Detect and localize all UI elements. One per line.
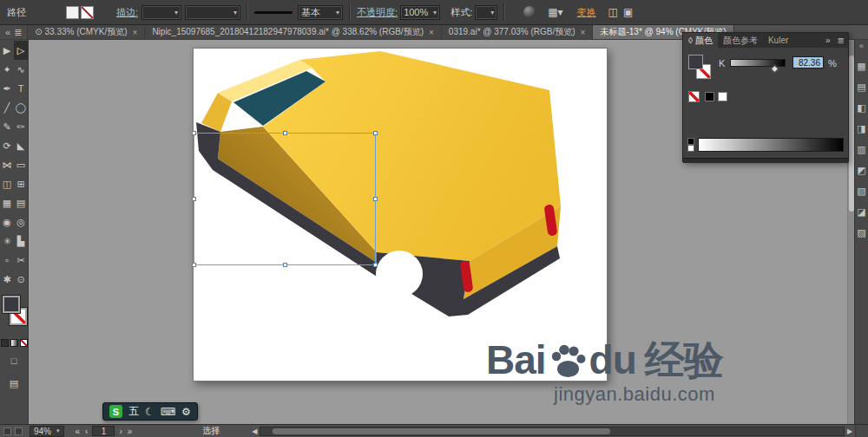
pencil-tool[interactable]: ✏ [14, 117, 28, 136]
panel-fill-proxy[interactable] [688, 55, 703, 69]
artboard-number-field[interactable]: 1 [92, 426, 115, 436]
panel-resize-grip[interactable] [683, 158, 848, 163]
selection-handle[interactable] [373, 197, 378, 201]
dock-appearance-icon[interactable]: ◪ [856, 205, 868, 218]
first-artboard-button[interactable]: « [73, 427, 83, 436]
artboard-tool[interactable]: ▫ [0, 251, 14, 270]
dock-stroke-icon[interactable]: ▥ [856, 143, 868, 155]
dock-gradient-icon[interactable]: ◩ [856, 164, 868, 176]
input-mode-wubi[interactable]: 五 [128, 404, 139, 419]
horizontal-scrollbar-thumb[interactable] [273, 428, 611, 434]
pen-tool[interactable]: ✒ [0, 79, 14, 98]
selection-tool[interactable]: ▶ [0, 41, 14, 60]
night-mode-icon[interactable]: ☾ [145, 406, 155, 418]
shape-builder-tool[interactable]: ◫ [0, 174, 14, 193]
status-mini-icon[interactable] [15, 427, 23, 435]
width-tool[interactable]: ⋈ [0, 155, 14, 174]
stroke-profile-combo[interactable]: ▾ [185, 5, 240, 20]
panel-menu-icon[interactable]: ≣ [834, 33, 848, 48]
mesh-tool[interactable]: ▦ [0, 193, 14, 212]
preferences-grid-icon[interactable]: ▦▾ [548, 6, 562, 18]
gradient-mode-icon[interactable] [10, 339, 18, 347]
scroll-right-arrow[interactable]: ▶ [845, 427, 855, 435]
grayscale-spectrum-ramp[interactable] [698, 138, 844, 152]
toolbox-icon[interactable]: ⚙ [181, 406, 191, 418]
none-mode-icon[interactable] [20, 339, 28, 347]
opacity-link[interactable]: 不透明度: [357, 6, 398, 19]
screen-mode-icon[interactable]: ▤ [6, 375, 22, 392]
stroke-width-combo[interactable]: ▾ [141, 5, 181, 20]
column-graph-tool[interactable]: ▙ [14, 232, 28, 251]
fill-color-swatch[interactable] [3, 296, 20, 313]
opacity-combo[interactable]: 100%▾ [400, 5, 440, 20]
k-slider-handle[interactable] [771, 65, 779, 74]
zoom-tool[interactable]: ⊙ [14, 270, 28, 289]
soft-keyboard-icon[interactable]: ⌨ [161, 406, 175, 418]
color-mode-icon[interactable] [1, 339, 9, 347]
previous-artboard-button[interactable]: ‹ [82, 427, 90, 436]
selection-handle[interactable] [192, 263, 196, 267]
scroll-left-arrow[interactable]: ◀ [249, 427, 260, 435]
blend-tool[interactable]: ◎ [14, 212, 28, 232]
slice-tool[interactable]: ✂ [14, 251, 28, 270]
tab-scroll-left-icon[interactable]: « [5, 27, 10, 37]
tab-close-icon[interactable]: × [429, 28, 434, 37]
last-artboard-button[interactable]: » [125, 427, 135, 436]
dock-transparency-icon[interactable]: ▧ [856, 185, 868, 197]
black-swatch[interactable] [705, 92, 714, 101]
distribute-icon[interactable]: ▣ [623, 6, 633, 18]
artboard-canvas[interactable] [193, 48, 608, 382]
document-tab[interactable]: Nipic_15097685_20180412182947978039.ai* … [145, 25, 441, 39]
symbol-sprayer-tool[interactable]: ✳ [0, 232, 14, 251]
sogou-logo[interactable]: S [109, 405, 122, 418]
bw-mini-swatches[interactable] [687, 138, 695, 153]
selection-handle[interactable] [373, 131, 378, 135]
dock-symbols-icon[interactable]: ◨ [856, 122, 868, 134]
perspective-grid-tool[interactable]: ⊞ [14, 174, 28, 193]
direct-selection-tool[interactable]: ▷ [14, 41, 28, 60]
style-combo[interactable]: ▾ [475, 5, 497, 20]
horizontal-scroll-track[interactable] [260, 427, 845, 436]
zoom-level-combo[interactable]: 94% ▾ [30, 426, 64, 437]
ellipse-tool[interactable]: ◯ [14, 98, 28, 117]
document-tab[interactable]: ⊙ 33.33% (CMYK/预览)× [28, 25, 145, 39]
next-artboard-button[interactable]: › [116, 427, 124, 436]
scale-tool[interactable]: ◣ [14, 136, 28, 155]
type-tool[interactable]: T [14, 79, 28, 98]
white-swatch[interactable] [718, 92, 727, 101]
selection-handle[interactable] [192, 197, 196, 201]
document-setup-icon[interactable] [523, 6, 536, 18]
selection-handle[interactable] [192, 131, 196, 135]
document-tab[interactable]: 0319.ai* @ 377.03% (RGB/预览)× [442, 25, 594, 39]
fill-swatch[interactable] [66, 6, 79, 19]
k-channel-slider[interactable] [730, 59, 786, 67]
eyedropper-tool[interactable]: ◉ [0, 212, 14, 232]
stroke-link[interactable]: 描边: [116, 6, 138, 19]
free-transform-tool[interactable]: ▭ [14, 155, 28, 174]
dock-layers-icon[interactable]: ▨ [856, 226, 868, 238]
dock-collapse-icon[interactable]: « [859, 42, 864, 50]
selection-handle[interactable] [283, 131, 287, 135]
tab-color-guide[interactable]: 颜色参考 [718, 33, 763, 48]
draw-mode-icon[interactable]: □ [6, 352, 22, 369]
k-value-field[interactable]: 82.36 [792, 56, 824, 68]
tab-close-icon[interactable]: × [133, 28, 138, 37]
horizontal-scrollbar[interactable]: ◀ ▶ [249, 426, 855, 437]
selection-handle[interactable] [283, 263, 287, 267]
tab-list-icon[interactable]: ≣ [14, 27, 22, 38]
hand-tool[interactable]: ✱ [0, 270, 14, 289]
dock-swatches-icon[interactable]: ▤ [856, 81, 868, 93]
dock-brushes-icon[interactable]: ◧ [856, 101, 868, 114]
tab-kuler[interactable]: Kuler [763, 33, 793, 48]
panel-overflow-icon[interactable]: » [822, 33, 834, 48]
status-mini-icon[interactable] [3, 427, 11, 435]
line-segment-tool[interactable]: ╱ [0, 98, 14, 117]
rotate-tool[interactable]: ⟳ [0, 136, 14, 155]
align-icon[interactable]: ◫ [608, 6, 618, 18]
brush-definition-combo[interactable]: 基本▾ [298, 5, 343, 20]
magic-wand-tool[interactable]: ✦ [0, 60, 14, 79]
stroke-swatch[interactable] [81, 6, 94, 19]
none-swatch[interactable] [688, 91, 700, 102]
selection-bounding-box[interactable] [194, 133, 376, 265]
gradient-tool[interactable]: ▤ [14, 193, 28, 212]
